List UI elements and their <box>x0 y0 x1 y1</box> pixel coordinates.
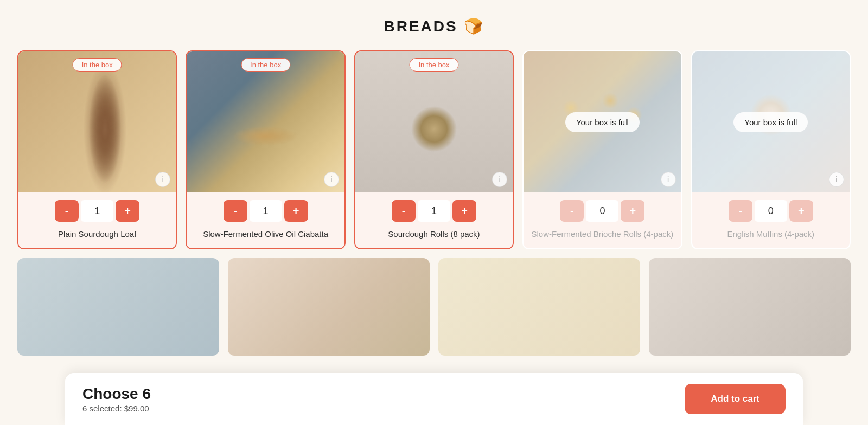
card-body-1: - 1 + Plain Sourdough Loaf <box>18 192 176 248</box>
product-name-3: Sourdough Rolls (8 pack) <box>362 228 506 240</box>
quantity-display-2: 1 <box>250 200 282 222</box>
card-body-3: - 1 + Sourdough Rolls (8 pack) <box>355 192 513 248</box>
card-body-5: - 0 + English Muffins (4-pack) <box>692 192 850 248</box>
page-title-text: BREADS <box>384 18 457 35</box>
choose-info: Choose 6 6 selected: $99.00 <box>82 385 151 413</box>
second-row-card-4 <box>649 258 851 356</box>
page-header: BREADS 🍞 <box>0 0 868 46</box>
minus-button-2[interactable]: - <box>224 200 247 222</box>
ciabatta-image <box>187 51 344 192</box>
quantity-display-5: 0 <box>755 200 787 222</box>
in-box-badge-2: In the box <box>241 58 290 72</box>
add-to-cart-button[interactable]: Add to cart <box>685 384 786 414</box>
card-image-muffins: Your box is full i <box>692 51 850 192</box>
second-row-card-1 <box>17 258 219 356</box>
box-full-badge-1: Your box is full <box>565 112 640 132</box>
info-icon-2[interactable]: i <box>324 172 339 187</box>
in-box-badge-3: In the box <box>409 58 458 72</box>
minus-button-1[interactable]: - <box>55 200 79 222</box>
product-name-1: Plain Sourdough Loaf <box>25 228 169 240</box>
product-card-brioche: Your box is full i - 0 + Slow-Fermented … <box>522 50 682 249</box>
box-full-badge-2: Your box is full <box>733 112 808 132</box>
quantity-display-1: 1 <box>81 200 113 222</box>
card-image-rolls: In the box i <box>355 51 513 192</box>
card-body-4: - 0 + Slow-Fermented Brioche Rolls (4-pa… <box>524 192 681 248</box>
plus-button-1[interactable]: + <box>116 200 139 222</box>
second-row-card-2 <box>228 258 430 356</box>
product-card-rolls: In the box i - 1 + Sourdough Rolls (8 pa… <box>354 50 514 249</box>
second-row <box>0 254 868 360</box>
info-icon-5[interactable]: i <box>829 172 844 187</box>
info-icon-4[interactable]: i <box>661 172 676 187</box>
quantity-controls-4: - 0 + <box>530 200 674 222</box>
product-name-2: Slow-Fermented Olive Oil Ciabatta <box>193 228 337 240</box>
plus-button-3[interactable]: + <box>452 200 476 222</box>
product-name-5: English Muffins (4-pack) <box>699 228 843 240</box>
quantity-controls-1: - 1 + <box>25 200 169 222</box>
page-title: BREADS 🍞 <box>0 17 868 35</box>
product-card-ciabatta: In the box i - 1 + Slow-Fermented Olive … <box>186 50 345 249</box>
in-box-badge-1: In the box <box>73 58 122 72</box>
bottom-bar: Choose 6 6 selected: $99.00 Add to cart <box>65 373 803 425</box>
product-card-plain-sourdough: In the box i - 1 + Plain Sourdough Loaf <box>17 50 177 249</box>
page-wrapper: BREADS 🍞 In the box i - 1 + Plain Sourdo… <box>0 0 868 425</box>
quantity-display-4: 0 <box>586 200 618 222</box>
quantity-controls-5: - 0 + <box>699 200 843 222</box>
card-image-plain-sourdough: In the box i <box>18 51 176 192</box>
minus-button-3[interactable]: - <box>392 200 416 222</box>
plus-button-2[interactable]: + <box>284 200 308 222</box>
choose-title: Choose 6 <box>82 385 151 403</box>
quantity-controls-3: - 1 + <box>362 200 506 222</box>
box-full-overlay-2: Your box is full <box>692 51 850 192</box>
minus-button-4[interactable]: - <box>560 200 584 222</box>
second-row-card-3 <box>438 258 640 356</box>
sourdough-loaf-image <box>18 51 176 192</box>
products-grid: In the box i - 1 + Plain Sourdough Loaf … <box>0 46 868 254</box>
bread-emoji: 🍞 <box>464 18 484 35</box>
minus-button-5[interactable]: - <box>729 200 752 222</box>
plus-button-5[interactable]: + <box>789 200 813 222</box>
plus-button-4[interactable]: + <box>621 200 644 222</box>
card-image-ciabatta: In the box i <box>187 51 344 192</box>
card-body-2: - 1 + Slow-Fermented Olive Oil Ciabatta <box>187 192 344 248</box>
product-name-4: Slow-Fermented Brioche Rolls (4-pack) <box>530 228 674 240</box>
quantity-display-3: 1 <box>418 200 450 222</box>
info-icon-3[interactable]: i <box>492 172 507 187</box>
choose-sub: 6 selected: $99.00 <box>82 404 151 413</box>
box-full-overlay-1: Your box is full <box>524 51 681 192</box>
product-card-muffins: Your box is full i - 0 + English Muffins… <box>691 50 851 249</box>
quantity-controls-2: - 1 + <box>193 200 337 222</box>
rolls-image <box>355 51 513 192</box>
card-image-brioche: Your box is full i <box>524 51 681 192</box>
